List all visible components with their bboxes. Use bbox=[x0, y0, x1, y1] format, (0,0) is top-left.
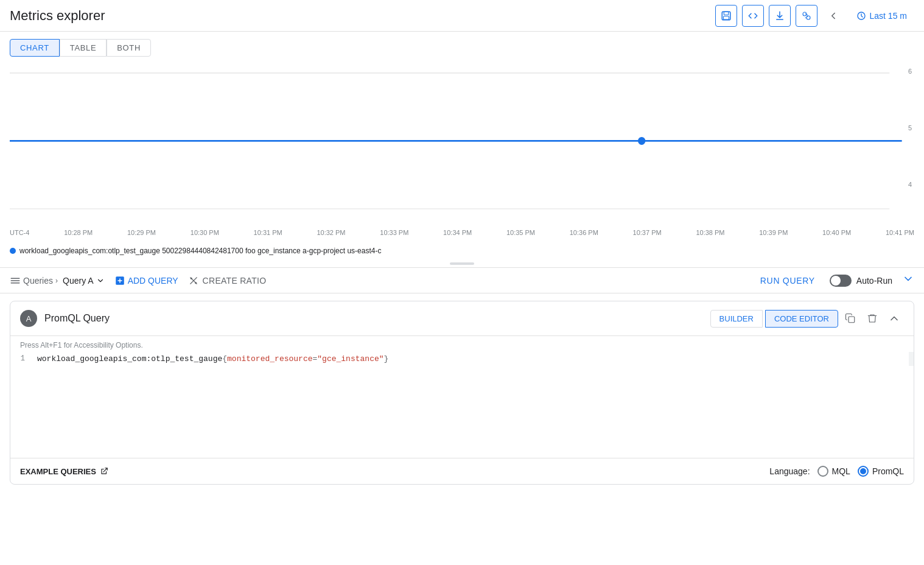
back-icon-btn[interactable] bbox=[822, 5, 844, 27]
svg-rect-1 bbox=[724, 12, 729, 15]
x-label-1038: 10:38 PM bbox=[696, 229, 724, 236]
query-panel-title: PromQL Query bbox=[44, 313, 703, 324]
y-label-4: 4 bbox=[908, 181, 912, 188]
drag-handle[interactable] bbox=[0, 260, 924, 267]
create-ratio-btn[interactable]: CREATE RATIO bbox=[188, 275, 267, 286]
code-brace-open: { bbox=[222, 354, 227, 363]
add-query-label: ADD QUERY bbox=[128, 276, 178, 286]
query-dropdown-icon bbox=[96, 276, 105, 285]
run-query-btn[interactable]: RUN QUERY bbox=[760, 276, 815, 286]
svg-point-7 bbox=[638, 137, 645, 145]
query-panel-footer: EXAMPLE QUERIES Language: MQL PromQL bbox=[10, 458, 914, 484]
promql-radio-option[interactable]: PromQL bbox=[858, 466, 904, 477]
view-tabs-container: CHART TABLE BOTH bbox=[0, 32, 924, 61]
svg-point-12 bbox=[190, 277, 192, 279]
accessibility-hint: Press Alt+F1 for Accessibility Options. bbox=[10, 336, 914, 352]
collapse-icon bbox=[888, 312, 900, 325]
example-queries-label: EXAMPLE QUERIES bbox=[20, 467, 96, 476]
delete-icon bbox=[867, 313, 878, 324]
query-avatar: A bbox=[20, 310, 37, 327]
x-label-utc: UTC-4 bbox=[10, 229, 29, 236]
download-icon-btn[interactable] bbox=[769, 5, 791, 27]
tab-both[interactable]: BOTH bbox=[107, 39, 151, 57]
y-label-6: 6 bbox=[908, 68, 912, 75]
app-header: Metrics explorer bbox=[0, 0, 924, 32]
time-range-label: Last 15 m bbox=[870, 11, 907, 21]
x-label-1037: 10:37 PM bbox=[633, 229, 662, 236]
add-query-icon bbox=[114, 275, 125, 286]
x-label-1029: 10:29 PM bbox=[127, 229, 156, 236]
create-ratio-label: CREATE RATIO bbox=[203, 276, 267, 286]
x-label-1034: 10:34 PM bbox=[443, 229, 472, 236]
mql-radio-option[interactable]: MQL bbox=[817, 466, 850, 477]
query-panel-header: A PromQL Query BUILDER CODE EDITOR bbox=[10, 301, 914, 336]
mql-radio-circle bbox=[817, 466, 828, 477]
x-label-1036: 10:36 PM bbox=[570, 229, 598, 236]
time-range-btn[interactable]: Last 15 m bbox=[849, 7, 914, 24]
toggle-knob bbox=[831, 276, 841, 286]
x-label-1041: 10:41 PM bbox=[886, 229, 914, 236]
auto-run-toggle: Auto-Run bbox=[830, 275, 892, 287]
svg-rect-14 bbox=[849, 317, 855, 323]
x-label-1028: 10:28 PM bbox=[64, 229, 93, 236]
queries-list-icon bbox=[10, 275, 21, 286]
drag-handle-bar[interactable] bbox=[450, 262, 474, 265]
code-brace-close: } bbox=[384, 354, 389, 363]
x-label-1035: 10:35 PM bbox=[506, 229, 535, 236]
chart-area: 6 5 4 UTC-4 10:28 PM 10:29 PM 10:30 PM 1… bbox=[0, 61, 924, 244]
external-link-icon bbox=[100, 467, 108, 476]
line-number-1: 1 bbox=[10, 353, 35, 363]
delete-btn[interactable] bbox=[863, 309, 882, 328]
code-scrollbar[interactable] bbox=[909, 352, 914, 366]
builder-btn[interactable]: BUILDER bbox=[710, 310, 763, 328]
share-icon-btn[interactable] bbox=[796, 5, 817, 27]
auto-run-label: Auto-Run bbox=[856, 276, 892, 286]
queries-label: Queries bbox=[23, 276, 53, 286]
legend-dot bbox=[10, 248, 16, 254]
tab-chart[interactable]: CHART bbox=[10, 39, 60, 57]
query-panel: A PromQL Query BUILDER CODE EDITOR bbox=[10, 301, 914, 485]
x-label-1032: 10:32 PM bbox=[317, 229, 345, 236]
promql-radio-circle bbox=[858, 466, 869, 477]
chart-svg bbox=[10, 66, 914, 225]
expand-icon bbox=[902, 273, 914, 285]
code-editor-btn[interactable]: CODE EDITOR bbox=[765, 310, 838, 328]
auto-run-switch[interactable] bbox=[830, 275, 852, 287]
collapse-btn[interactable] bbox=[884, 309, 904, 328]
queries-nav: Queries › bbox=[10, 275, 58, 286]
code-icon-btn[interactable] bbox=[742, 5, 764, 27]
x-label-1033: 10:33 PM bbox=[380, 229, 408, 236]
copy-icon bbox=[845, 313, 856, 324]
header-actions: Last 15 m bbox=[715, 5, 914, 27]
create-ratio-icon bbox=[188, 275, 199, 286]
mql-label: MQL bbox=[832, 466, 850, 476]
example-queries-link[interactable]: EXAMPLE QUERIES bbox=[20, 467, 108, 476]
legend-text: workload_googleapis_com:otlp_test_gauge … bbox=[19, 247, 381, 255]
query-name-label: Query A bbox=[63, 276, 94, 286]
language-selector: Language: MQL PromQL bbox=[769, 466, 904, 477]
copy-btn[interactable] bbox=[841, 309, 860, 328]
breadcrumb-chevron: › bbox=[55, 276, 58, 285]
query-selector-btn[interactable]: Query A bbox=[63, 276, 105, 286]
chart-legend: workload_googleapis_com:otlp_test_gauge … bbox=[0, 244, 924, 260]
code-line-1: 1 workload_googleapis_com:otlp_test_gaug… bbox=[10, 352, 914, 366]
code-attr-key: monitored_resource bbox=[227, 354, 312, 363]
chart-x-labels: UTC-4 10:28 PM 10:29 PM 10:30 PM 10:31 P… bbox=[10, 226, 914, 236]
svg-point-13 bbox=[195, 282, 197, 284]
add-query-btn[interactable]: ADD QUERY bbox=[114, 275, 178, 286]
expand-btn[interactable] bbox=[902, 273, 914, 288]
save-icon-btn[interactable] bbox=[715, 5, 737, 27]
code-content-1[interactable]: workload_googleapis_com:otlp_test_gauge{… bbox=[35, 353, 914, 365]
x-label-1030: 10:30 PM bbox=[191, 229, 219, 236]
code-editor-area[interactable]: Press Alt+F1 for Accessibility Options. … bbox=[10, 336, 914, 458]
promql-radio-inner bbox=[860, 468, 866, 474]
code-metric: workload_googleapis_com:otlp_test_gauge bbox=[37, 354, 222, 363]
language-label: Language: bbox=[769, 466, 810, 476]
x-label-1031: 10:31 PM bbox=[254, 229, 282, 236]
x-label-1040: 10:40 PM bbox=[822, 229, 851, 236]
query-toolbar: Queries › Query A ADD QUERY CREATE RATIO… bbox=[0, 267, 924, 293]
app-title: Metrics explorer bbox=[10, 8, 715, 24]
panel-actions: BUILDER CODE EDITOR bbox=[710, 309, 904, 328]
chart-section: CHART TABLE BOTH 6 5 4 UTC-4 10:28 PM 10… bbox=[0, 32, 924, 267]
tab-table[interactable]: TABLE bbox=[60, 39, 107, 57]
